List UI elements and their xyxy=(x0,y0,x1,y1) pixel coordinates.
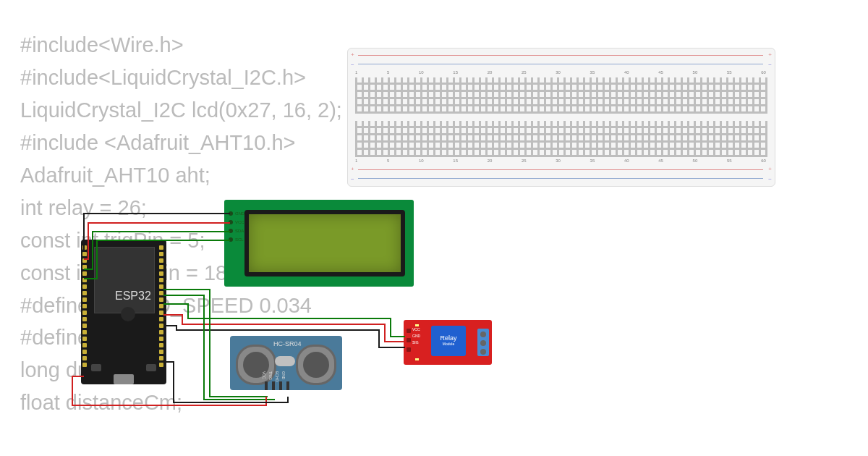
rail-plus-icon: + xyxy=(351,51,354,58)
rail-minus-icon: − xyxy=(351,62,354,68)
code-line: #define SOUND_SPEED 0.034 xyxy=(20,290,342,322)
hcsr-pin-labels: VCCTRIGECHOGND xyxy=(262,371,286,381)
boot-button[interactable] xyxy=(91,364,101,371)
column-numbers: 151015202530354045505560 xyxy=(355,159,766,163)
relay-input-labels: VCCGNDSIG xyxy=(412,327,420,345)
relay-input-pins xyxy=(407,329,411,352)
en-button[interactable] xyxy=(146,364,156,371)
esp-pins-right xyxy=(159,245,165,367)
breadboard[interactable]: + − + − 151015202530354045505560 1510152… xyxy=(347,48,775,187)
receiver-eye xyxy=(296,345,336,385)
code-line: #include<LiquidCrystal_I2C.h> xyxy=(20,62,342,94)
rail-plus-icon: + xyxy=(768,166,772,172)
code-line: LiquidCrystal_I2C lcd(0x27, 16, 2); xyxy=(20,94,342,127)
esp32-devkit[interactable]: ESP32 xyxy=(81,240,166,384)
hc-sr04-ultrasonic[interactable]: HC-SR04 VCCTRIGECHOGND xyxy=(230,336,342,390)
rail-minus-icon: − xyxy=(768,176,772,182)
column-numbers: 151015202530354045505560 xyxy=(355,70,766,75)
rail-minus-icon: − xyxy=(768,62,772,68)
micro-usb-port xyxy=(114,374,134,384)
rail-plus-icon: + xyxy=(351,166,354,172)
esp-label: ESP32 xyxy=(115,290,151,303)
code-line: Adafruit_AHT10 aht; xyxy=(20,159,342,192)
tie-points-top xyxy=(355,77,767,114)
relay-module[interactable]: VCCGNDSIG Relay Module xyxy=(404,320,492,365)
esp-antenna-icon xyxy=(121,307,135,321)
esp-shield: ESP32 xyxy=(94,247,155,313)
rail-minus-icon: − xyxy=(351,176,354,182)
lcd-16x2-i2c[interactable]: GND VCC SDA SCL xyxy=(224,200,414,287)
sig-led xyxy=(415,358,419,360)
esp-pins-left xyxy=(82,245,88,367)
lcd-pin-header: GND VCC SDA SCL xyxy=(229,211,244,242)
rail-plus-icon: + xyxy=(768,51,772,58)
code-line: #include<Wire.h> xyxy=(20,29,342,62)
relay-block: Relay Module xyxy=(431,326,466,356)
hcsr-label: HC-SR04 xyxy=(273,340,302,347)
tie-points-bottom xyxy=(355,121,767,157)
code-line: float distanceCm; xyxy=(20,387,342,419)
crystal xyxy=(275,356,295,366)
power-rail-bottom xyxy=(355,167,767,182)
power-rail-top xyxy=(355,53,767,67)
code-line: #include <Adafruit_AHT10.h> xyxy=(20,127,342,159)
pwr-led xyxy=(415,324,419,326)
lcd-screen xyxy=(244,210,405,276)
hcsr-pins xyxy=(265,381,289,390)
relay-screw-terminals xyxy=(477,329,489,356)
